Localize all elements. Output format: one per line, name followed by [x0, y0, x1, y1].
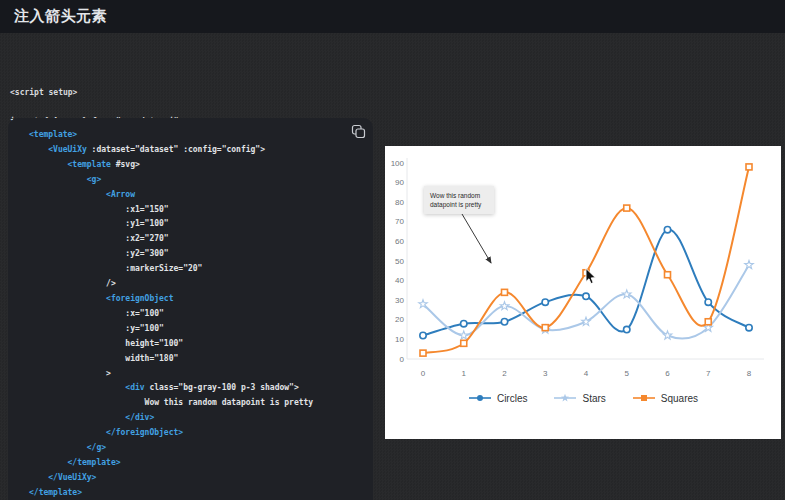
code-line: :markerSize="20" — [29, 262, 365, 277]
xy-chart: 0102030405060708090100012345678 Wow this… — [385, 146, 781, 439]
code-lines: <template> <VueUiXy :dataset="dataset" :… — [29, 128, 365, 500]
y-tick-label: 90 — [395, 178, 404, 187]
code-line: :y2="300" — [29, 247, 365, 262]
code-line: <g> — [29, 173, 365, 188]
code-line: </g> — [29, 441, 365, 456]
star-marker[interactable] — [459, 331, 468, 339]
code-token-text: /> — [106, 279, 116, 288]
x-tick-label: 6 — [665, 369, 670, 378]
y-tick-label: 70 — [395, 217, 404, 226]
legend-item-squares[interactable]: Squares — [632, 392, 698, 404]
circle-marker[interactable] — [501, 319, 507, 325]
code-token-text: :x1="150" — [125, 205, 168, 214]
square-marker[interactable] — [705, 319, 711, 325]
code-token-text: :x2="270" — [125, 234, 168, 243]
y-tick-label: 30 — [395, 296, 404, 305]
y-tick-label: 20 — [395, 315, 404, 324]
square-marker[interactable] — [665, 272, 671, 278]
code-token-text: :dataset="dataset" :config="config"> — [87, 145, 265, 154]
code-line: <script setup> — [10, 88, 179, 98]
code-token-text: :y1="100" — [125, 219, 168, 228]
circle-marker[interactable] — [746, 324, 752, 330]
code-token-text: :x="100" — [125, 309, 164, 318]
star-marker[interactable] — [622, 290, 631, 298]
code-line: <div class="bg-gray-100 p-3 shadow"> — [29, 381, 365, 396]
code-token-tag: <template — [68, 160, 111, 169]
code-line: <template> — [29, 128, 365, 143]
legend-label: Circles — [497, 393, 528, 404]
code-token-tag: </VueUiXy> — [48, 473, 96, 482]
mouse-cursor-icon — [585, 268, 598, 290]
circle-marker[interactable] — [664, 226, 670, 232]
annotation-arrow — [462, 214, 491, 263]
circle-marker[interactable] — [420, 332, 426, 338]
code-token-tag: <template> — [29, 130, 77, 139]
y-tick-label: 100 — [391, 159, 405, 168]
y-tick-label: 80 — [395, 198, 404, 207]
circle-marker[interactable] — [542, 299, 548, 305]
code-line: /> — [29, 277, 365, 292]
square-marker[interactable] — [420, 350, 426, 356]
star-marker[interactable] — [745, 260, 754, 268]
code-line: </template> — [29, 486, 365, 500]
code-line: <Arrow — [29, 188, 365, 203]
star-marker[interactable] — [663, 331, 672, 339]
template-code-block: <template> <VueUiXy :dataset="dataset" :… — [8, 118, 373, 500]
code-token-tag: <VueUiXy — [48, 145, 87, 154]
code-token-tag: </foreignObject> — [106, 428, 183, 437]
x-tick-label: 3 — [543, 369, 548, 378]
copy-icon[interactable] — [350, 124, 366, 140]
circle-marker[interactable] — [705, 299, 711, 305]
star-marker[interactable] — [582, 317, 591, 325]
code-line: <template #svg> — [29, 158, 365, 173]
x-tick-label: 8 — [747, 369, 752, 378]
code-token-text: :y2="300" — [125, 249, 168, 258]
chart-legend: CirclesStarsSquares — [385, 392, 781, 404]
x-tick-label: 5 — [625, 369, 630, 378]
y-tick-label: 50 — [395, 257, 404, 266]
code-line: :x1="150" — [29, 203, 365, 218]
legend-label: Squares — [661, 393, 698, 404]
code-token-text: :markerSize="20" — [125, 264, 202, 273]
page-header: 注入箭头元素 — [0, 0, 785, 33]
square-marker[interactable] — [502, 289, 508, 295]
code-token-tag: </g> — [87, 443, 106, 452]
legend-label: Stars — [582, 393, 605, 404]
legend-item-stars[interactable]: Stars — [553, 392, 605, 404]
square-marker[interactable] — [624, 205, 630, 211]
square-marker[interactable] — [542, 325, 548, 331]
y-tick-label: 60 — [395, 237, 404, 246]
code-token-tag: <g> — [87, 175, 101, 184]
x-tick-label: 4 — [584, 369, 589, 378]
code-token-text: Wow this random datapoint is pretty — [145, 398, 314, 407]
code-token-tag: <Arrow — [106, 190, 135, 199]
annotation-box: Wow this random datapoint is pretty — [424, 186, 494, 214]
square-marker[interactable] — [461, 340, 467, 346]
code-line: > — [29, 367, 365, 382]
code-line: :y="100" — [29, 322, 365, 337]
code-token-tag: <div — [125, 383, 144, 392]
star-legend-icon — [553, 392, 577, 404]
square-legend-icon — [632, 392, 656, 404]
code-token-text: #svg> — [111, 160, 140, 169]
code-line: <foreignObject — [29, 292, 365, 307]
y-tick-label: 40 — [395, 276, 404, 285]
code-token-text: > — [106, 369, 111, 378]
code-token-text: width="180" — [125, 354, 178, 363]
annotation-text: Wow this random datapoint is pretty — [430, 192, 481, 208]
page-title: 注入箭头元素 — [14, 7, 107, 26]
x-tick-label: 7 — [706, 369, 711, 378]
code-token-tag: <foreignObject — [106, 294, 173, 303]
square-marker[interactable] — [746, 164, 752, 170]
circle-marker[interactable] — [461, 321, 467, 327]
y-tick-label: 10 — [395, 335, 404, 344]
circle-marker[interactable] — [583, 293, 589, 299]
code-line: <VueUiXy :dataset="dataset" :config="con… — [29, 143, 365, 158]
circle-marker[interactable] — [624, 326, 630, 332]
legend-item-circles[interactable]: Circles — [468, 392, 528, 404]
code-line: </div> — [29, 411, 365, 426]
star-marker[interactable] — [500, 302, 509, 310]
code-line: </VueUiXy> — [29, 471, 365, 486]
code-line: :x2="270" — [29, 232, 365, 247]
code-line: width="180" — [29, 352, 365, 367]
